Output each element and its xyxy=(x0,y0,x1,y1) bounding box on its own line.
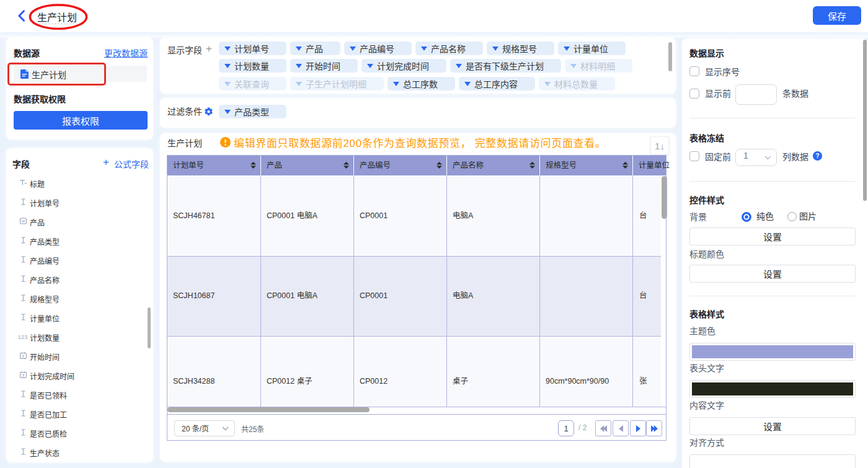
svg-text:?: ? xyxy=(815,152,819,159)
